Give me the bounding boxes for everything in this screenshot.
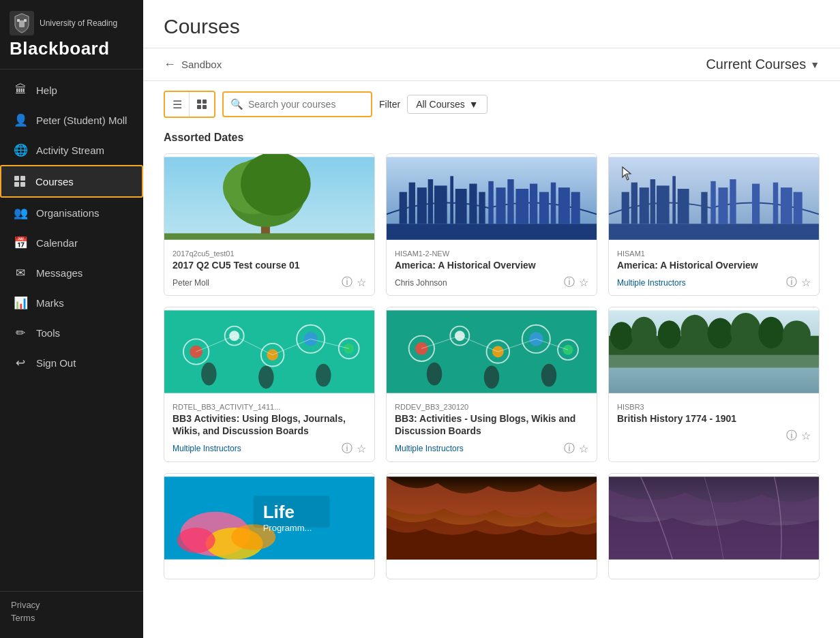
course-instructor-3[interactable]: Multiple Instructors (172, 444, 241, 453)
back-navigation[interactable]: ← Sandbox (164, 57, 222, 72)
messages-icon: ✉ (13, 265, 28, 280)
svg-text:Programm...: Programm... (263, 522, 312, 532)
course-card-1[interactable]: HISAM1-2-NEW America: A Historical Overv… (386, 153, 597, 296)
sidebar-item-user[interactable]: 👤 Peter (Student) Moll (0, 105, 143, 135)
course-info-6 (164, 562, 374, 579)
signout-icon: ↩ (13, 355, 28, 370)
svg-rect-49 (730, 179, 736, 224)
svg-point-94 (610, 322, 633, 350)
sidebar-item-calendar[interactable]: 📅 Calendar (0, 228, 143, 258)
dropdown-caret-icon: ▼ (810, 59, 820, 70)
sidebar-item-label-activity: Activity Stream (36, 145, 104, 156)
star-icon-3[interactable]: ☆ (357, 442, 366, 455)
svg-rect-39 (622, 192, 629, 224)
course-footer-1: Chris Johnson ⓘ ☆ (395, 275, 588, 290)
course-footer-2: Multiple Instructors ⓘ ☆ (617, 275, 811, 290)
info-icon-1[interactable]: ⓘ (564, 275, 575, 290)
course-actions-3: ⓘ ☆ (342, 442, 366, 456)
course-instructor-1: Chris Johnson (395, 278, 447, 288)
filter-label: Filter (379, 99, 400, 110)
course-instructor-2[interactable]: Multiple Instructors (617, 278, 686, 288)
svg-rect-9 (202, 100, 207, 104)
sidebar-item-courses[interactable]: Courses (0, 165, 143, 198)
course-card-6[interactable]: Life Programm... (164, 473, 375, 579)
course-card-7[interactable] (386, 473, 597, 579)
course-card-4[interactable]: RDDEV_BB3_230120 BB3: Activities - Using… (386, 307, 597, 461)
terms-link[interactable]: Terms (11, 613, 132, 623)
sidebar-item-marks[interactable]: 📊 Marks (0, 288, 143, 318)
sidebar-item-signout[interactable]: ↩ Sign Out (0, 348, 143, 378)
info-icon-3[interactable]: ⓘ (342, 442, 352, 456)
svg-rect-23 (434, 185, 447, 224)
filter-value: All Courses (416, 99, 465, 110)
sidebar-item-tools[interactable]: ✏ Tools (0, 318, 143, 348)
svg-rect-47 (710, 181, 715, 224)
course-name-3: BB3 Activities: Using Blogs, Journals, W… (172, 412, 366, 437)
star-icon-0[interactable]: ☆ (357, 276, 366, 289)
sidebar-item-activity[interactable]: 🌐 Activity Stream (0, 135, 143, 165)
sidebar-item-messages[interactable]: ✉ Messages (0, 258, 143, 288)
course-name-5: British History 1774 - 1901 (617, 412, 811, 425)
current-courses-dropdown[interactable]: Current Courses ▼ (706, 57, 820, 72)
search-filter-bar: ☰ 🔍 Filter All Courses ▼ (143, 81, 840, 125)
sidebar-item-label-courses: Courses (35, 176, 74, 187)
svg-point-90 (541, 364, 556, 387)
course-instructor-4[interactable]: Multiple Instructors (395, 444, 464, 453)
svg-point-70 (201, 363, 216, 386)
privacy-link[interactable]: Privacy (11, 600, 132, 610)
info-icon-2[interactable]: ⓘ (786, 275, 797, 290)
svg-rect-26 (469, 184, 477, 224)
university-name: University of Reading (40, 18, 117, 28)
course-info-8 (609, 562, 819, 579)
info-icon-4[interactable]: ⓘ (564, 442, 575, 456)
course-card-0[interactable]: 2017q2cu5_test01 2017 Q2 CU5 Test course… (164, 153, 375, 296)
sidebar-item-label-user: Peter (Student) Moll (36, 115, 127, 126)
list-view-button[interactable]: ☰ (165, 92, 190, 117)
sidebar-item-help[interactable]: 🏛 Help (0, 75, 143, 105)
svg-point-100 (758, 317, 783, 349)
svg-rect-48 (719, 187, 728, 224)
course-thumbnail-2 (609, 154, 819, 243)
info-icon-5[interactable]: ⓘ (786, 429, 797, 443)
info-icon-0[interactable]: ⓘ (342, 275, 352, 290)
course-card-5[interactable]: HISBR3 British History 1774 - 1901 ⓘ ☆ (608, 307, 820, 461)
svg-rect-8 (197, 100, 201, 104)
sidebar-item-organisations[interactable]: 👥 Organisations (0, 198, 143, 228)
filter-dropdown[interactable]: All Courses ▼ (407, 95, 487, 114)
svg-rect-34 (551, 183, 556, 224)
svg-rect-6 (14, 182, 19, 187)
svg-rect-21 (417, 187, 427, 224)
svg-point-16 (241, 154, 311, 215)
svg-rect-40 (631, 183, 638, 224)
svg-rect-31 (515, 189, 528, 224)
course-thumbnail-4 (387, 307, 597, 396)
svg-rect-45 (678, 189, 689, 224)
svg-rect-25 (455, 189, 467, 224)
course-info-4: RDDEV_BB3_230120 BB3: Activities - Using… (387, 396, 597, 461)
star-icon-5[interactable]: ☆ (801, 429, 811, 442)
svg-rect-32 (530, 184, 537, 224)
star-icon-1[interactable]: ☆ (579, 276, 588, 289)
svg-rect-51 (773, 183, 778, 224)
sidebar-item-label-tools: Tools (36, 327, 60, 339)
svg-rect-43 (657, 185, 670, 224)
course-actions-4: ⓘ ☆ (564, 442, 588, 456)
course-card-8[interactable] (608, 473, 820, 579)
course-thumbnail-8 (609, 474, 819, 562)
svg-point-89 (484, 366, 499, 389)
search-input[interactable] (248, 99, 364, 110)
sidebar-item-label-calendar: Calendar (36, 237, 78, 249)
course-actions-2: ⓘ ☆ (786, 275, 811, 290)
grid-view-button[interactable] (190, 92, 214, 117)
back-label: Sandbox (181, 59, 222, 70)
svg-rect-3 (24, 19, 27, 22)
star-icon-2[interactable]: ☆ (801, 276, 811, 289)
star-icon-4[interactable]: ☆ (579, 442, 588, 455)
back-arrow-icon: ← (164, 57, 176, 72)
course-card-2[interactable]: HISAM1 America: A Historical Overview Mu… (608, 153, 820, 296)
section-date-label: Assorted Dates (164, 132, 820, 144)
courses-area: Assorted Dates 2017q2cu5_test01 (143, 125, 840, 638)
sidebar-header: University of Reading Blackboard (0, 0, 143, 70)
sidebar-navigation: 🏛 Help 👤 Peter (Student) Moll 🌐 Activity… (0, 70, 143, 591)
course-card-3[interactable]: RDTEL_BB3_ACTIVITY_1411... BB3 Activitie… (164, 307, 375, 461)
